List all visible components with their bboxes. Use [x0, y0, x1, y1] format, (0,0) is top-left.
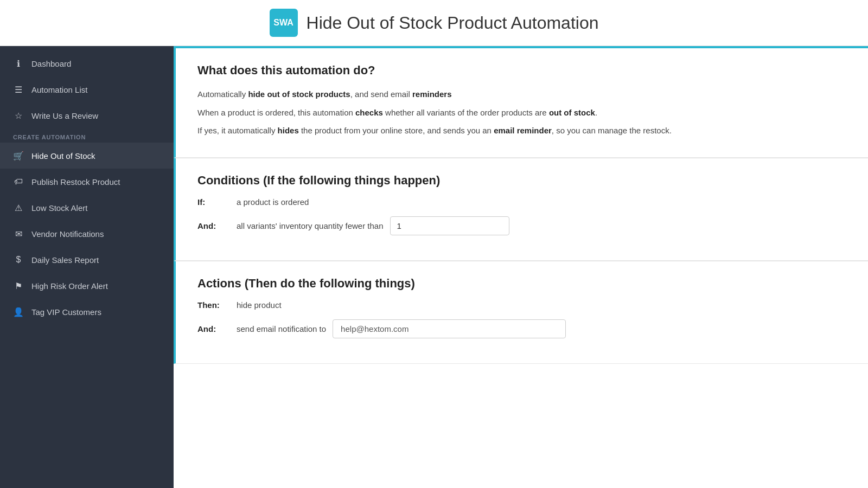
- cart-icon: 🛒: [13, 150, 24, 161]
- sidebar: ℹ Dashboard ☰ Automation List ☆ Write Us…: [0, 46, 174, 488]
- section-what-title: What does this automation do?: [197, 63, 846, 78]
- section-actions-title: Actions (Then do the following things): [197, 277, 846, 291]
- sidebar-item-high-risk-order[interactable]: ⚑ High Risk Order Alert: [0, 273, 174, 299]
- condition-if-row: If: a product is ordered: [197, 197, 846, 207]
- sidebar-item-publish-restock[interactable]: 🏷 Publish Restock Product: [0, 169, 174, 195]
- sidebar-item-daily-sales-report[interactable]: $ Daily Sales Report: [0, 247, 174, 273]
- then-label: Then:: [197, 300, 230, 310]
- sidebar-item-vendor-notifications[interactable]: ✉ Vendor Notifications: [0, 221, 174, 247]
- main-layout: ℹ Dashboard ☰ Automation List ☆ Write Us…: [0, 46, 868, 488]
- section-what-line2: When a product is ordered, this automati…: [197, 106, 846, 120]
- section-what-line3: If yes, it automatically hides the produ…: [197, 124, 846, 138]
- sidebar-label-write-review: Write Us a Review: [31, 111, 98, 120]
- if-label: If:: [197, 197, 230, 207]
- sidebar-label-vendor-notifications: Vendor Notifications: [31, 229, 104, 239]
- section-conditions-title: Conditions (If the following things happ…: [197, 174, 846, 188]
- main-content: What does this automation do? Automatica…: [174, 46, 868, 488]
- sidebar-label-tag-vip-customers: Tag VIP Customers: [31, 307, 101, 317]
- sidebar-item-automation-list[interactable]: ☰ Automation List: [0, 76, 174, 102]
- star-icon: ☆: [13, 110, 24, 121]
- app-header: SWA Hide Out of Stock Product Automation: [0, 0, 868, 46]
- and-text: all variants' inventory quantity fewer t…: [237, 221, 384, 230]
- section-what-line1: Automatically hide out of stock products…: [197, 87, 846, 101]
- sidebar-item-tag-vip-customers[interactable]: 👤 Tag VIP Customers: [0, 299, 174, 325]
- quantity-input[interactable]: [390, 216, 509, 235]
- user-icon: 👤: [13, 306, 24, 317]
- sidebar-label-daily-sales-report: Daily Sales Report: [31, 255, 99, 265]
- email-notification-input[interactable]: [333, 319, 566, 338]
- flag-icon: ⚑: [13, 280, 24, 291]
- sidebar-item-low-stock-alert[interactable]: ⚠ Low Stock Alert: [0, 195, 174, 221]
- sidebar-label-dashboard: Dashboard: [31, 59, 71, 68]
- action-and-label: And:: [197, 324, 230, 333]
- tag-icon: 🏷: [13, 176, 24, 187]
- envelope-icon: ✉: [13, 228, 24, 239]
- section-actions: Actions (Then do the following things) T…: [174, 261, 868, 364]
- sidebar-label-hide-out-of-stock: Hide Out of Stock: [31, 151, 95, 160]
- section-conditions: Conditions (If the following things happ…: [174, 158, 868, 261]
- list-icon: ☰: [13, 84, 24, 95]
- then-text: hide product: [237, 300, 282, 310]
- action-then-row: Then: hide product: [197, 300, 846, 310]
- create-automation-label: CREATE AUTOMATION: [0, 129, 174, 143]
- if-text: a product is ordered: [237, 197, 309, 207]
- sidebar-label-automation-list: Automation List: [31, 85, 87, 94]
- section-what: What does this automation do? Automatica…: [174, 48, 868, 158]
- sidebar-item-hide-out-of-stock[interactable]: 🛒 Hide Out of Stock: [0, 143, 174, 169]
- page-title: Hide Out of Stock Product Automation: [307, 13, 599, 33]
- warning-icon: ⚠: [13, 202, 24, 213]
- and-label: And:: [197, 221, 230, 230]
- sidebar-label-high-risk-order: High Risk Order Alert: [31, 281, 108, 291]
- action-and-row: And: send email notification to: [197, 319, 846, 338]
- sidebar-item-write-review[interactable]: ☆ Write Us a Review: [0, 102, 174, 129]
- sidebar-label-low-stock-alert: Low Stock Alert: [31, 203, 87, 213]
- sidebar-label-publish-restock: Publish Restock Product: [31, 177, 120, 187]
- sidebar-item-dashboard[interactable]: ℹ Dashboard: [0, 50, 174, 76]
- info-icon: ℹ: [13, 58, 24, 69]
- app-logo: SWA: [270, 9, 298, 37]
- action-and-text: send email notification to: [237, 324, 326, 333]
- condition-and-row: And: all variants' inventory quantity fe…: [197, 216, 846, 235]
- dollar-icon: $: [13, 254, 24, 265]
